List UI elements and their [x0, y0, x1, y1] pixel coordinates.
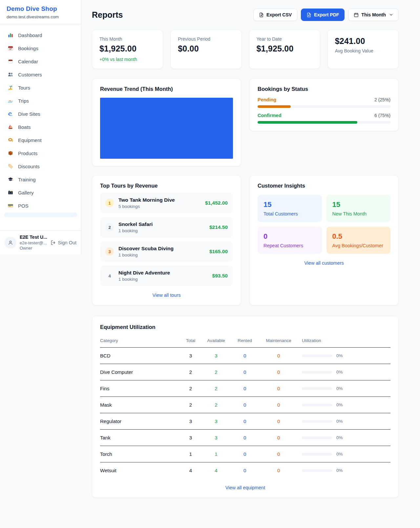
tile-value: 15: [263, 200, 316, 209]
tile-new-this-month: 15 New This Month: [326, 195, 391, 222]
sidebar-item-dashboard[interactable]: Dashboard: [4, 29, 77, 41]
cell-maintenance: 0: [258, 413, 299, 430]
status-label: Confirmed: [258, 113, 282, 118]
sidebar-item-dive-sites[interactable]: Dive Sites: [4, 108, 77, 120]
sidebar-item-customers[interactable]: Customers: [4, 68, 77, 81]
sidebar-item-products[interactable]: Products: [4, 147, 77, 159]
sidebar-item-label: Equipment: [18, 137, 42, 143]
cell-available: 1: [200, 446, 232, 462]
cell-rented: 0: [232, 430, 258, 446]
cell-category: BCD: [100, 348, 181, 364]
cell-category: Torch: [100, 446, 181, 462]
cell-rented: 0: [232, 397, 258, 413]
tile-label: Avg Bookings/Customer: [332, 243, 385, 248]
export-csv-label: Export CSV: [266, 12, 292, 17]
table-row: Mask 2 2 0 0 0%: [100, 397, 390, 413]
tile-label: New This Month: [332, 211, 385, 216]
utilization-bar: [302, 404, 332, 406]
view-all-customers-link[interactable]: View all customers: [258, 260, 390, 266]
insights-row: Top Tours by Revenue 1 Two Tank Morning …: [92, 175, 399, 305]
sidebar-item-discounts[interactable]: Discounts: [4, 160, 77, 173]
table-row: Wetsuit 4 4 0 0 0%: [100, 462, 390, 479]
customer-insights-title: Customer Insights: [258, 183, 390, 189]
sidebar-item-boats[interactable]: Boats: [4, 121, 77, 133]
page-title: Reports: [92, 10, 123, 20]
sidebar-item-trips[interactable]: Trips: [4, 94, 77, 107]
sidebar-item-equipment[interactable]: Equipment: [4, 134, 77, 146]
cell-category: Regulator: [100, 413, 181, 430]
col-available: Available: [200, 335, 232, 348]
sidebar-item-pos[interactable]: POS: [4, 199, 77, 212]
cell-available: 2: [200, 380, 232, 397]
cell-available: 2: [200, 397, 232, 413]
table-row: Tank 3 3 0 0 0%: [100, 430, 390, 446]
tour-name: Discover Scuba Diving: [118, 246, 174, 252]
sidebar-item-calendar[interactable]: Calendar: [4, 55, 77, 68]
sailboat-icon: [7, 124, 14, 130]
diving-mask-icon: [7, 137, 14, 143]
tour-revenue: $165.00: [209, 249, 228, 254]
stat-label: Avg Booking Value: [335, 48, 391, 53]
chevron-down-icon: [389, 13, 393, 17]
col-category: Category: [100, 335, 181, 348]
tile-repeat-customers: 0 Repeat Customers: [258, 227, 322, 254]
tour-bookings: 1 booking: [118, 228, 153, 233]
tile-label: Repeat Customers: [263, 243, 316, 248]
sidebar-item-bookings[interactable]: 17 Bookings: [4, 42, 77, 54]
tour-row: 4 Night Dive Adventure 1 booking $93.50: [100, 266, 233, 286]
sidebar-item-reports-partial[interactable]: [4, 213, 77, 217]
table-row: Regulator 3 3 0 0 0%: [100, 413, 390, 430]
cell-maintenance: 0: [258, 348, 299, 364]
tile-label: Total Customers: [263, 211, 316, 216]
stat-cards: This Month $1,925.00 +0% vs last month P…: [92, 30, 399, 69]
cell-total: 3: [181, 348, 200, 364]
utilization-bar: [302, 469, 332, 472]
period-select[interactable]: This Month: [348, 9, 399, 21]
tour-bookings: 5 bookings: [118, 204, 175, 209]
status-bar-track: [258, 105, 390, 108]
utilization-bar: [302, 420, 332, 423]
cell-available: 3: [200, 348, 232, 364]
tour-name: Snorkel Safari: [118, 221, 153, 227]
cell-rented: 0: [232, 364, 258, 380]
period-label: This Month: [361, 12, 386, 17]
tour-bookings: 1 booking: [118, 277, 170, 282]
sidebar-item-label: Training: [18, 177, 36, 182]
sidebar-item-training[interactable]: Training: [4, 173, 77, 186]
utilization-pct: 0%: [336, 419, 343, 424]
tour-bookings: 1 booking: [118, 253, 174, 257]
rank-badge: 2: [105, 223, 114, 232]
cell-utilization: 0%: [299, 430, 390, 446]
view-all-tours-link[interactable]: View all tours: [100, 293, 233, 298]
cell-rented: 0: [232, 462, 258, 479]
sidebar-item-label: Boats: [18, 124, 31, 130]
sidebar-item-label: Discounts: [18, 164, 40, 169]
table-row: Dive Computer 2 2 0 0 0%: [100, 364, 390, 380]
cell-category: Tank: [100, 430, 181, 446]
tile-avg-bookings: 0.5 Avg Bookings/Customer: [326, 227, 391, 254]
utilization-pct: 0%: [336, 353, 343, 358]
status-count: 6 (75%): [374, 113, 390, 118]
utilization-pct: 0%: [336, 386, 343, 391]
cell-maintenance: 0: [258, 430, 299, 446]
sign-out-button[interactable]: Sign Out: [51, 240, 76, 245]
package-icon: [7, 150, 14, 156]
export-csv-button[interactable]: Export CSV: [253, 9, 297, 21]
cell-maintenance: 0: [258, 364, 299, 380]
sidebar-item-label: Customers: [18, 72, 42, 77]
sidebar-item-label: Products: [18, 151, 37, 156]
sidebar-item-gallery[interactable]: Gallery: [4, 186, 77, 199]
status-label: Pending: [258, 97, 276, 102]
cell-available: 3: [200, 430, 232, 446]
svg-text:17: 17: [9, 48, 12, 50]
main-content: Reports Export CSV Export PDF This Month…: [81, 0, 420, 511]
tour-revenue: $93.50: [212, 273, 228, 279]
rank-badge: 1: [105, 199, 114, 207]
stat-card-this-month: This Month $1,925.00 +0% vs last month: [92, 30, 163, 69]
status-row-confirmed: Confirmed 6 (75%): [258, 113, 390, 118]
wave-icon: [7, 111, 14, 117]
cell-total: 2: [181, 380, 200, 397]
sidebar-item-tours[interactable]: Tours: [4, 81, 77, 94]
view-all-equipment-link[interactable]: View all equipment: [100, 485, 390, 490]
export-pdf-button[interactable]: Export PDF: [301, 9, 345, 21]
